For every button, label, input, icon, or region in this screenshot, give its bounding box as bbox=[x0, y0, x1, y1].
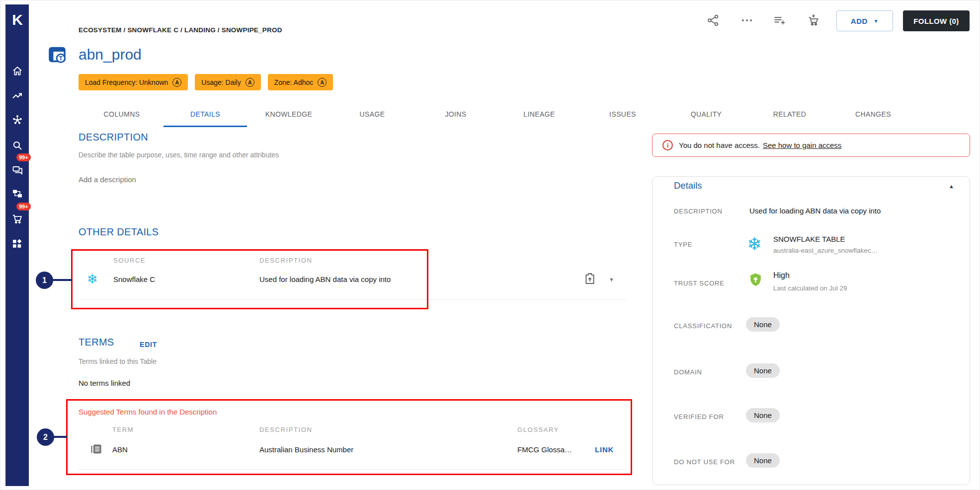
tab-usage[interactable]: USAGE bbox=[330, 101, 414, 127]
details-trust-subtext: Last calculated on Jul 29 bbox=[773, 284, 847, 292]
playlist-add-icon[interactable] bbox=[773, 13, 787, 27]
search-icon[interactable] bbox=[11, 140, 23, 151]
add-description-placeholder[interactable]: Add a description bbox=[79, 175, 136, 184]
trust-shield-icon bbox=[748, 272, 763, 287]
auto-classified-icon: A bbox=[318, 78, 327, 87]
tab-quality[interactable]: QUALITY bbox=[664, 101, 748, 127]
annotation-marker-1: 1 bbox=[36, 272, 53, 289]
svg-text:T: T bbox=[59, 55, 63, 62]
terms-empty-state: No terms linked bbox=[79, 379, 130, 387]
details-trust-label: TRUST SCORE bbox=[674, 280, 725, 287]
details-type-label: TYPE bbox=[674, 241, 692, 248]
row-actions-chevron-icon[interactable]: ▼ bbox=[609, 277, 614, 282]
add-to-cart-icon[interactable] bbox=[807, 13, 820, 27]
details-domain-label: DOMAIN bbox=[674, 368, 702, 376]
app-window: K bbox=[0, 0, 980, 490]
cart-icon[interactable] bbox=[11, 213, 23, 225]
domain-value-pill: None bbox=[746, 363, 780, 378]
details-do-not-use-label: DO NOT USE FOR bbox=[674, 458, 735, 466]
terms-edit-button[interactable]: EDIT bbox=[140, 341, 157, 349]
tab-knowledge[interactable]: KNOWLEDGE bbox=[247, 101, 330, 127]
badge-usage-label: Usage: Daily bbox=[201, 78, 241, 86]
follow-button[interactable]: FOLLOW (0) bbox=[903, 10, 970, 31]
badge-zone[interactable]: Zone: Adhoc A bbox=[268, 74, 333, 90]
details-trust-value: High bbox=[773, 271, 790, 280]
terms-subtitle: Terms linked to this Table bbox=[79, 357, 157, 365]
annotation-marker-2: 2 bbox=[37, 428, 54, 446]
access-warning-message: You do not have access. bbox=[679, 141, 760, 149]
add-button-label: ADD bbox=[851, 17, 868, 25]
add-button[interactable]: ADD ▼ bbox=[836, 10, 893, 31]
classification-value-pill: None bbox=[746, 317, 780, 332]
hub-icon[interactable] bbox=[11, 114, 23, 126]
table-type-icon: T bbox=[48, 45, 67, 64]
other-details-heading: OTHER DETAILS bbox=[79, 226, 159, 238]
badge-load-frequency-label: Load Frequency: Unknown bbox=[85, 78, 168, 86]
description-section-subtitle: Describe the table purpose, uses, time r… bbox=[79, 151, 279, 159]
tab-issues[interactable]: ISSUES bbox=[581, 101, 664, 127]
annotation-box-1 bbox=[71, 249, 428, 309]
details-panel-title: Details bbox=[674, 180, 702, 191]
details-type-value: SNOWFLAKE TABLE bbox=[773, 235, 845, 243]
badge-usage[interactable]: Usage: Daily A bbox=[195, 74, 260, 90]
annotation-line-1 bbox=[52, 279, 72, 281]
details-panel bbox=[652, 176, 970, 485]
trending-icon[interactable] bbox=[11, 90, 23, 102]
tab-related[interactable]: RELATED bbox=[748, 101, 831, 127]
tab-lineage[interactable]: LINEAGE bbox=[497, 101, 581, 127]
app-logo[interactable]: K bbox=[5, 11, 29, 28]
details-verified-label: VERIFIED FOR bbox=[674, 413, 724, 420]
sitemap-icon[interactable] bbox=[11, 188, 23, 200]
terms-heading: TERMS bbox=[79, 337, 114, 348]
breadcrumb[interactable]: ECOSYSTEM / SNOWFLAKE C / LANDING / SNOW… bbox=[79, 26, 282, 34]
badge-load-frequency[interactable]: Load Frequency: Unknown A bbox=[79, 74, 188, 90]
tab-details[interactable]: DETAILS bbox=[163, 101, 247, 127]
chat-icon[interactable] bbox=[11, 164, 23, 176]
badge-zone-label: Zone: Adhoc bbox=[274, 78, 314, 86]
details-description-label: DESCRIPTION bbox=[674, 208, 723, 215]
auto-classified-icon: A bbox=[245, 78, 254, 87]
more-options-icon[interactable] bbox=[740, 13, 754, 27]
gain-access-link[interactable]: See how to gain access bbox=[763, 141, 841, 149]
apps-grid-icon[interactable] bbox=[11, 238, 23, 250]
tab-columns[interactable]: COLUMNS bbox=[80, 101, 163, 127]
tab-changes[interactable]: CHANGES bbox=[831, 101, 915, 127]
home-icon[interactable] bbox=[11, 65, 23, 77]
tab-bar: COLUMNS DETAILS KNOWLEDGE USAGE JOINS LI… bbox=[80, 101, 915, 127]
annotation-box-2 bbox=[66, 399, 632, 475]
verified-for-value-pill: None bbox=[746, 408, 780, 422]
description-section-heading: DESCRIPTION bbox=[79, 132, 148, 143]
page-title: abn_prod bbox=[79, 46, 142, 63]
tab-joins[interactable]: JOINS bbox=[414, 101, 497, 127]
details-classification-label: CLASSIFICATION bbox=[674, 322, 732, 330]
publish-clipboard-icon[interactable] bbox=[583, 272, 597, 285]
do-not-use-value-pill: None bbox=[746, 453, 780, 468]
chevron-down-icon: ▼ bbox=[874, 18, 879, 24]
snowflake-type-icon: ❄ bbox=[747, 234, 762, 255]
auto-classified-icon: A bbox=[172, 78, 181, 87]
attribute-badges: Load Frequency: Unknown A Usage: Daily A… bbox=[79, 74, 333, 90]
access-warning-banner: i You do not have access.See how to gain… bbox=[652, 134, 970, 157]
sidebar: K bbox=[5, 4, 29, 486]
details-type-subtext: australia-east_azure_snowflakec… bbox=[773, 247, 878, 254]
collapse-panel-icon[interactable]: ▲ bbox=[949, 183, 954, 189]
follow-button-label: FOLLOW (0) bbox=[913, 17, 959, 25]
cart-count-badge: 99+ bbox=[16, 203, 31, 210]
share-icon[interactable] bbox=[706, 13, 720, 27]
info-icon: i bbox=[662, 140, 673, 150]
access-warning-text: You do not have access.See how to gain a… bbox=[679, 141, 841, 149]
details-description-value: Used for loading ABN data via copy into bbox=[749, 207, 881, 215]
annotation-line-2 bbox=[53, 436, 67, 438]
chat-count-badge: 99+ bbox=[16, 153, 31, 161]
